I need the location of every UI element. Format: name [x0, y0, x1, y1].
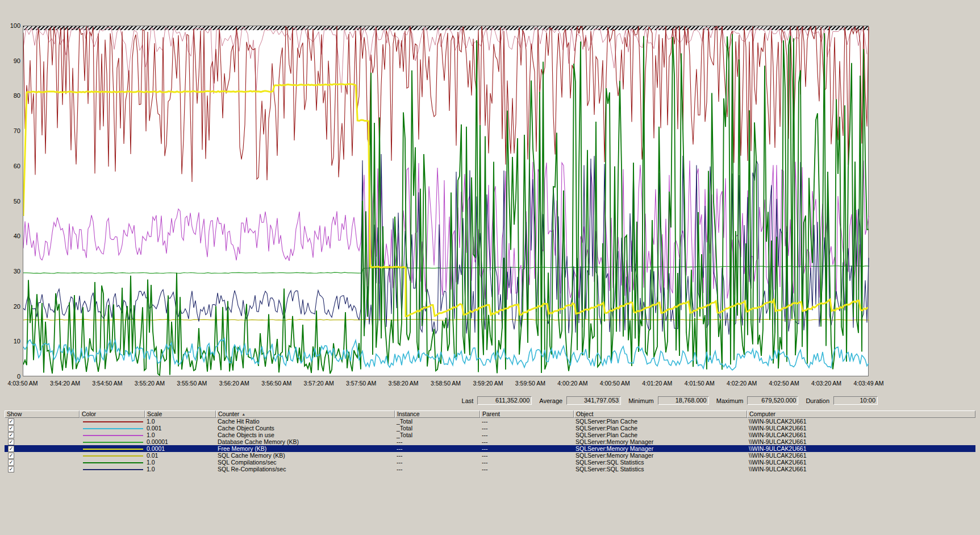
legend-row[interactable]: ✓0.00001Database Cache Memory (KB)------… [5, 438, 975, 445]
x-axis-tick: 3:59:50 AM [507, 380, 553, 387]
legend-computer: \\WIN-9ULCAK2U661 [747, 466, 975, 472]
legend-row[interactable]: ✓1.0Cache Hit Ratio_Total---SQLServer:Pl… [5, 418, 975, 425]
legend-computer: \\WIN-9ULCAK2U661 [747, 459, 975, 466]
x-axis-tick: 3:55:20 AM [127, 380, 172, 387]
legend-header-object[interactable]: Object [574, 410, 747, 418]
legend-counter: Database Cache Memory (KB) [216, 438, 395, 445]
legend-scale: 1.0 [145, 418, 216, 425]
legend-scale: 1.0 [145, 459, 216, 466]
legend-parent: --- [480, 459, 574, 466]
x-axis-tick: 3:55:50 AM [169, 380, 215, 387]
series-line-sql-compilations [23, 33, 869, 375]
y-axis-tick: 50 [1, 198, 20, 205]
duration-value: 10:00 [833, 396, 878, 405]
legend-scale: 0.01 [145, 452, 216, 459]
x-axis-tick: 4:00:20 AM [550, 380, 595, 387]
x-axis-tick: 3:58:50 AM [423, 380, 469, 387]
color-swatch [83, 435, 143, 436]
series-line-database-cache-memory [23, 266, 869, 273]
legend-computer: \\WIN-9ULCAK2U661 [747, 418, 975, 425]
series-line-cache-object-counts [23, 338, 869, 370]
y-axis-tick: 60 [1, 163, 20, 169]
legend-row[interactable]: ✓0.0001Free Memory (KB)------SQLServer:M… [5, 445, 975, 452]
last-value: 611,352.000 [477, 396, 532, 405]
legend-object: SQLServer:SQL Statistics [574, 466, 747, 472]
legend-computer: \\WIN-9ULCAK2U661 [747, 452, 975, 459]
last-label: Last [458, 397, 474, 404]
x-axis-tick: 4:02:20 AM [719, 380, 765, 387]
legend-instance: --- [395, 452, 480, 459]
legend-header-show[interactable]: Show [5, 410, 80, 418]
legend-header-counter[interactable]: Counter▲ [216, 410, 395, 418]
show-checkbox[interactable]: ✓ [8, 466, 14, 472]
legend-header-parent[interactable]: Parent [480, 410, 574, 418]
legend-row[interactable]: ✓1.0Cache Objects in use_Total---SQLServ… [5, 432, 975, 438]
legend-scale: 0.0001 [145, 445, 216, 452]
minimum-label: Minimum [625, 397, 654, 404]
y-axis-tick: 90 [1, 57, 20, 64]
legend-header-instance[interactable]: Instance [395, 410, 480, 418]
legend-header-computer[interactable]: Computer [747, 410, 975, 418]
color-swatch [83, 455, 143, 457]
y-axis-tick: 20 [1, 303, 20, 310]
average-value: 341,797.053 [566, 396, 621, 405]
x-axis-tick: 4:00:50 AM [592, 380, 637, 387]
legend-object: SQLServer:Plan Cache [574, 418, 747, 425]
x-axis-tick: 3:57:50 AM [339, 380, 384, 387]
x-axis-tick: 3:59:20 AM [465, 380, 511, 387]
legend-parent: --- [480, 438, 574, 445]
legend-parent: --- [480, 418, 574, 425]
legend-header-scale[interactable]: Scale [145, 410, 216, 418]
legend-instance: --- [395, 438, 480, 445]
color-swatch [83, 442, 143, 443]
y-axis-tick: 30 [1, 268, 20, 275]
x-axis-tick: 3:56:50 AM [254, 380, 299, 387]
legend-counter: Cache Hit Ratio [216, 418, 395, 425]
legend-computer: \\WIN-9ULCAK2U661 [747, 438, 975, 445]
legend-rows: ✓1.0Cache Hit Ratio_Total---SQLServer:Pl… [5, 418, 975, 472]
legend-computer: \\WIN-9ULCAK2U661 [747, 425, 975, 432]
legend-object: SQLServer:Plan Cache [574, 432, 747, 438]
legend-counter: Cache Objects in use [216, 432, 395, 438]
x-axis-tick: 3:56:20 AM [211, 380, 257, 387]
legend-row[interactable]: ✓1.0SQL Compilations/sec------SQLServer:… [5, 459, 975, 466]
x-axis-tick: 4:03:20 AM [804, 380, 849, 387]
legend-counter: Free Memory (KB) [216, 445, 395, 452]
sort-ascending-icon: ▲ [241, 412, 245, 416]
legend-scale: 1.0 [145, 466, 216, 472]
x-axis-tick: 4:01:50 AM [677, 380, 722, 387]
legend-header-color[interactable]: Color [80, 410, 145, 418]
series-line-cache-objects-in-use [23, 161, 869, 300]
y-axis-tick: 10 [1, 338, 20, 345]
y-axis-tick: 70 [1, 127, 20, 134]
statistics-bar: Last 611,352.000 Average 341,797.053 Min… [458, 396, 878, 405]
series-line-upper-boundary-line [23, 28, 867, 94]
x-axis-tick: 4:02:50 AM [761, 380, 807, 387]
legend-instance: _Total [395, 425, 480, 432]
color-swatch [83, 449, 143, 450]
legend-counter: SQL Compilations/sec [216, 459, 395, 466]
chart-series-canvas [23, 26, 869, 377]
legend-computer: \\WIN-9ULCAK2U661 [747, 432, 975, 438]
color-swatch [83, 421, 143, 422]
legend-scale: 0.001 [145, 425, 216, 432]
legend-row[interactable]: ✓0.001Cache Object Counts_Total---SQLSer… [5, 425, 975, 432]
legend-row[interactable]: ✓1.0SQL Re-Compilations/sec------SQLServ… [5, 466, 975, 472]
x-axis-tick: 4:03:50 AM [0, 380, 45, 387]
y-axis-tick: 40 [1, 233, 20, 239]
legend-row[interactable]: ✓0.01SQL Cache Memory (KB)------SQLServe… [5, 452, 975, 459]
legend-parent: --- [480, 445, 574, 452]
legend-instance: --- [395, 459, 480, 466]
legend-computer: \\WIN-9ULCAK2U661 [747, 445, 975, 452]
legend-parent: --- [480, 425, 574, 432]
maximum-value: 679,520.000 [747, 396, 798, 405]
legend-counter: SQL Re-Compilations/sec [216, 466, 395, 472]
duration-label: Duration [802, 397, 829, 404]
legend-instance: --- [395, 466, 480, 472]
legend-parent: --- [480, 432, 574, 438]
counter-legend: ShowColorScaleCounter▲InstanceParentObje… [5, 410, 975, 472]
legend-parent: --- [480, 466, 574, 472]
legend-object: SQLServer:Memory Manager [574, 452, 747, 459]
legend-instance: _Total [395, 432, 480, 438]
color-swatch [83, 469, 143, 470]
